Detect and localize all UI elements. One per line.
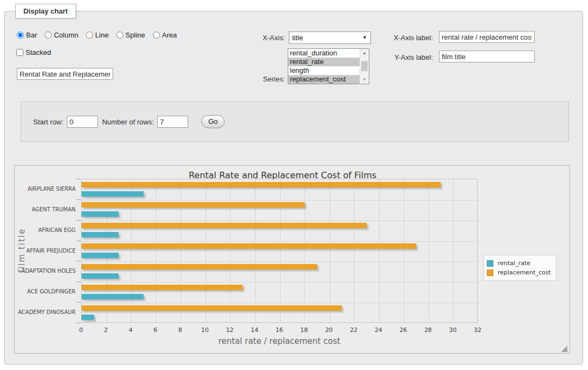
gridline bbox=[82, 241, 477, 242]
y-tick-mark bbox=[77, 281, 81, 282]
chart-type-radio-column[interactable] bbox=[45, 32, 52, 39]
bar-rental_rate bbox=[82, 191, 144, 197]
scroll-down-icon[interactable]: ▼ bbox=[360, 76, 369, 84]
series-option-rental_rate[interactable]: rental_rate bbox=[288, 58, 360, 66]
y-category-label: AIRPLANE SIERRA bbox=[15, 186, 76, 192]
series-option-length[interactable]: length bbox=[288, 66, 360, 75]
chart-type-label: Line bbox=[95, 31, 109, 39]
x-tick-label: 20 bbox=[325, 327, 333, 334]
chart-title-input[interactable] bbox=[17, 68, 113, 80]
gridline bbox=[82, 282, 477, 283]
y-tick-mark bbox=[77, 302, 81, 303]
chart-type-label: Column bbox=[54, 31, 78, 39]
gridline bbox=[330, 179, 330, 322]
bar-rental_rate bbox=[82, 294, 144, 299]
gridline bbox=[107, 179, 107, 322]
y-tick-mark bbox=[77, 179, 81, 179]
y-tick-mark bbox=[77, 241, 81, 241]
gridline bbox=[230, 179, 231, 322]
y-category-label: AFFAIR PREJUDICE bbox=[15, 248, 76, 254]
legend-entry-rental_rate: rental_rate bbox=[487, 259, 551, 267]
bar-rental_rate bbox=[82, 211, 119, 217]
x-tick-label: 18 bbox=[300, 327, 308, 334]
legend-label: replacement_cost bbox=[498, 269, 551, 276]
bar-rental_rate bbox=[82, 232, 119, 237]
page: { "controls": { "fieldset_legend": "Disp… bbox=[0, 0, 588, 370]
plot-area bbox=[81, 179, 478, 323]
go-button[interactable]: Go bbox=[201, 115, 225, 128]
gridline bbox=[181, 179, 181, 322]
x-tick-label: 0 bbox=[79, 327, 83, 334]
chart-type-radio-spline[interactable] bbox=[116, 32, 123, 39]
x-axis-label-label: X-Axis label: bbox=[353, 34, 433, 42]
number-of-rows-input[interactable] bbox=[157, 116, 188, 128]
legend-swatch-rental_rate bbox=[487, 260, 493, 267]
stacked-checkbox[interactable] bbox=[16, 49, 23, 56]
bar-replacement_cost bbox=[82, 182, 441, 187]
x-tick-label: 32 bbox=[474, 327, 481, 334]
x-tick-label: 28 bbox=[424, 327, 432, 334]
fieldset-legend: Display chart bbox=[15, 4, 76, 18]
y-tick-mark bbox=[77, 220, 81, 221]
x-tick-label: 4 bbox=[129, 327, 133, 334]
resize-handle-icon[interactable] bbox=[561, 345, 568, 352]
row-range-form: Start row: Number of rows: Go bbox=[21, 102, 569, 142]
gridline bbox=[280, 179, 281, 322]
gridline bbox=[206, 179, 206, 322]
series-option-rental_duration[interactable]: rental_duration bbox=[288, 49, 360, 58]
chart-type-radio-group: BarColumnLineSplineArea bbox=[17, 31, 177, 39]
y-category-label: ACADEMY DINOSAUR bbox=[15, 309, 76, 315]
legend-entry-replacement_cost: replacement_cost bbox=[487, 268, 551, 277]
scrollbar-thumb[interactable] bbox=[361, 61, 368, 71]
chart-panel: Rental Rate and Replacement Cost of Film… bbox=[14, 165, 570, 354]
gridline bbox=[404, 179, 404, 322]
stacked-checkbox-row: Stacked bbox=[16, 48, 51, 57]
x-tick-label: 2 bbox=[104, 327, 108, 334]
x-tick-label: 6 bbox=[153, 327, 157, 334]
x-axis-label-input[interactable] bbox=[439, 31, 535, 43]
chart-type-option-bar: Bar bbox=[17, 31, 37, 39]
series-option-replacement_cost[interactable]: replacement_cost bbox=[288, 75, 360, 84]
y-tick-mark bbox=[77, 261, 81, 261]
x-tick-label: 8 bbox=[178, 327, 182, 334]
gridline bbox=[429, 179, 429, 322]
y-category-label: ADAPTATION HOLES bbox=[15, 268, 76, 274]
start-row-input[interactable] bbox=[67, 116, 98, 128]
bar-replacement_cost bbox=[82, 202, 305, 208]
gridline bbox=[82, 261, 477, 262]
x-tick-label: 16 bbox=[276, 327, 283, 334]
x-tick-label: 22 bbox=[350, 327, 357, 334]
bar-replacement_cost bbox=[82, 243, 416, 249]
chart-type-radio-line[interactable] bbox=[86, 32, 93, 39]
chart-type-option-area: Area bbox=[153, 31, 177, 39]
bar-replacement_cost bbox=[82, 223, 367, 228]
gridline bbox=[82, 303, 477, 303]
x-tick-label: 30 bbox=[449, 327, 456, 334]
bar-rental_rate bbox=[82, 273, 119, 279]
gridline bbox=[255, 179, 256, 322]
gridline bbox=[131, 179, 132, 322]
y-category-label: ACE GOLDFINGER bbox=[15, 289, 76, 294]
gridline bbox=[156, 179, 157, 322]
chart-type-radio-area[interactable] bbox=[153, 32, 160, 39]
y-category-label: AGENT TRUMAN bbox=[15, 206, 76, 212]
stacked-label: Stacked bbox=[26, 48, 51, 57]
legend-label: rental_rate bbox=[498, 260, 530, 267]
y-axis-label-label: Y-Axis label: bbox=[353, 53, 433, 61]
chart-x-axis-title: rental rate / replacement cost bbox=[81, 336, 478, 346]
chart-legend: rental_ratereplacement_cost bbox=[484, 255, 556, 281]
x-tick-label: 24 bbox=[375, 327, 382, 334]
gridline bbox=[305, 179, 305, 322]
x-tick-label: 26 bbox=[399, 327, 407, 334]
number-of-rows-label: Number of rows: bbox=[102, 118, 154, 126]
gridline bbox=[82, 200, 477, 200]
y-axis-label-input[interactable] bbox=[439, 51, 535, 62]
chart-type-radio-bar[interactable] bbox=[17, 32, 24, 39]
chart-type-label: Spline bbox=[126, 31, 145, 39]
y-category-label: AFRICAN EGG bbox=[15, 227, 76, 233]
chart-type-label: Area bbox=[162, 31, 177, 39]
y-tick-mark bbox=[77, 199, 81, 200]
x-axis-selected-value: title bbox=[292, 34, 303, 42]
display-chart-fieldset: Display chart BarColumnLineSplineArea St… bbox=[4, 11, 583, 365]
gridline bbox=[453, 179, 454, 322]
